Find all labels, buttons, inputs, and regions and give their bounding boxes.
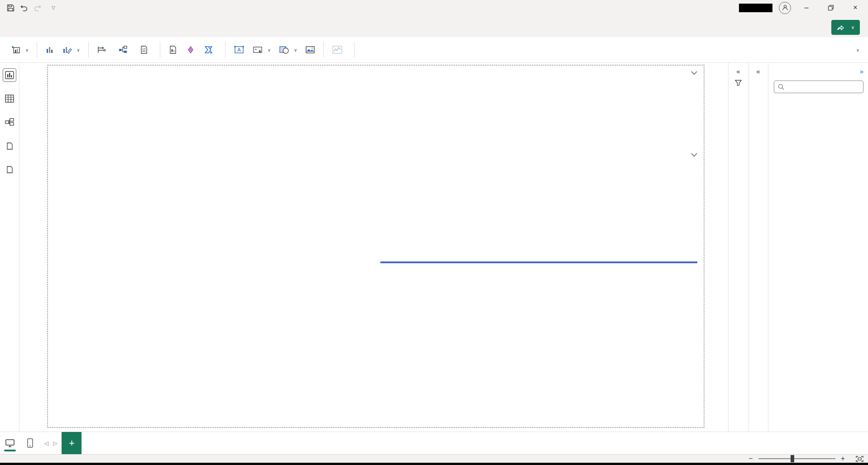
tmdl-view-button[interactable] [3, 162, 16, 176]
zoom-in-icon[interactable]: + [841, 455, 845, 463]
add-sparkline-button [328, 42, 350, 57]
title-bar: ▽ – × [0, 0, 868, 15]
ribbon-toolbar: ∨ ∨ A ∨ ∨ [0, 37, 868, 63]
undo-icon[interactable] [17, 2, 31, 14]
document-title[interactable]: ▽ [49, 5, 55, 10]
share-button[interactable]: ∨ [831, 20, 860, 35]
filters-pane-collapsed: « [728, 63, 748, 432]
chevron-down-icon: ∨ [77, 47, 80, 52]
shapes-menu-button[interactable]: ∨ [275, 42, 301, 57]
visualizations-pane-collapsed: « [748, 63, 768, 432]
narrative-button[interactable] [135, 42, 156, 57]
close-button[interactable]: × [846, 1, 864, 14]
share-icon [837, 24, 845, 31]
model-view-button[interactable] [3, 115, 16, 129]
prev-page-icon[interactable]: ◁ [44, 440, 48, 446]
chevron-down-icon: ∨ [25, 47, 29, 52]
redo-icon [31, 2, 44, 14]
account-avatar[interactable] [779, 2, 791, 14]
next-page-icon[interactable]: ▷ [53, 440, 57, 446]
zoom-slider[interactable] [758, 458, 835, 459]
table-view-button[interactable] [3, 92, 16, 105]
add-page-button[interactable]: + [62, 432, 82, 454]
quick-visual-button[interactable] [41, 42, 58, 57]
buttons-menu-button[interactable]: ∨ [249, 42, 275, 57]
slicer-product-id [385, 68, 697, 81]
desktop-layout-button[interactable] [0, 432, 20, 454]
table-visual [380, 248, 697, 275]
status-bar: − + [0, 454, 868, 463]
filter-funnel-icon [735, 80, 742, 86]
minimize-button[interactable]: – [797, 1, 815, 14]
expand-pane-icon[interactable]: « [756, 67, 760, 75]
report-page[interactable] [47, 65, 705, 428]
chevron-down-icon: ∨ [856, 47, 859, 52]
svg-text:A: A [237, 47, 241, 52]
chevron-down-icon: ∨ [294, 47, 297, 52]
zoom-slider-handle[interactable] [791, 455, 794, 462]
data-pane: » [768, 63, 868, 432]
report-canvas[interactable] [19, 63, 728, 432]
edit-visual-button[interactable]: ∨ [58, 42, 84, 57]
report-view-button[interactable] [3, 68, 16, 82]
view-rail [0, 63, 19, 432]
new-visual-button[interactable]: ∨ [7, 42, 33, 57]
title-dropdown-icon[interactable]: ▽ [52, 5, 55, 10]
save-icon[interactable] [4, 2, 17, 14]
table-total-row [380, 262, 697, 275]
slicer-branch-id [385, 150, 697, 162]
text-box-button[interactable]: A [230, 42, 249, 57]
paginated-report-button[interactable] [164, 42, 182, 57]
search-icon [778, 84, 784, 90]
chevron-down-icon[interactable] [691, 71, 697, 75]
zoom-out-icon[interactable]: − [748, 455, 753, 463]
key-influencers-button[interactable] [93, 42, 114, 57]
dax-query-view-button[interactable] [3, 139, 16, 152]
power-apps-button[interactable] [182, 42, 200, 57]
expand-pane-icon[interactable]: « [736, 67, 740, 75]
decomposition-tree-button[interactable] [114, 42, 135, 57]
table-header[interactable] [380, 248, 697, 262]
redacted-account-name [739, 4, 772, 12]
share-caret-icon: ∨ [851, 25, 854, 30]
combo-chart-visual[interactable] [49, 66, 371, 427]
fit-to-page-icon[interactable] [856, 456, 863, 462]
field-search[interactable] [774, 81, 863, 93]
power-automate-button[interactable] [200, 42, 221, 57]
window-bottom-edge [0, 463, 868, 465]
plus-icon: + [69, 437, 75, 449]
chevron-down-icon: ∨ [268, 47, 271, 52]
menu-bar: ∨ [0, 15, 868, 37]
ribbon-collapse-button[interactable]: ∨ [851, 44, 863, 56]
page-tab-bar: ◁ ▷ + [0, 432, 868, 454]
collapse-pane-icon[interactable]: » [860, 67, 863, 75]
restore-button[interactable] [822, 1, 840, 14]
mobile-layout-button[interactable] [20, 432, 40, 454]
search-input[interactable] [787, 83, 850, 91]
image-button[interactable] [301, 42, 319, 57]
chevron-down-icon[interactable] [691, 153, 697, 157]
